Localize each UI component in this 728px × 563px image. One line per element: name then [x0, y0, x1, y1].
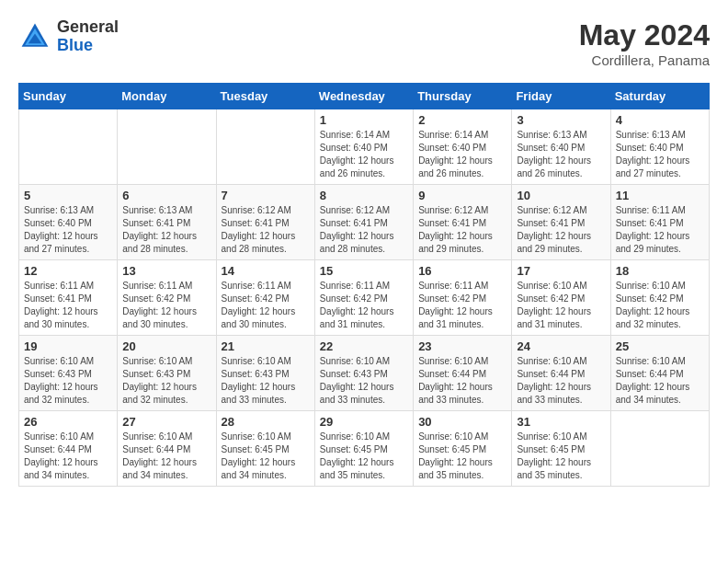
day-number: 23	[418, 339, 506, 353]
calendar-cell	[118, 109, 216, 185]
day-info: Sunrise: 6:11 AM Sunset: 6:41 PM Dayligh…	[24, 280, 112, 331]
month-title: May 2024	[579, 18, 710, 52]
calendar-cell: 16Sunrise: 6:11 AM Sunset: 6:42 PM Dayli…	[414, 260, 512, 336]
day-info: Sunrise: 6:10 AM Sunset: 6:44 PM Dayligh…	[24, 431, 112, 482]
calendar-week-row: 12Sunrise: 6:11 AM Sunset: 6:41 PM Dayli…	[19, 260, 710, 336]
day-number: 1	[320, 113, 408, 127]
day-info: Sunrise: 6:14 AM Sunset: 6:40 PM Dayligh…	[418, 129, 506, 180]
calendar-cell: 9Sunrise: 6:12 AM Sunset: 6:41 PM Daylig…	[414, 185, 512, 260]
calendar-cell: 29Sunrise: 6:10 AM Sunset: 6:45 PM Dayli…	[314, 411, 413, 487]
calendar-week-row: 5Sunrise: 6:13 AM Sunset: 6:40 PM Daylig…	[19, 185, 710, 260]
day-info: Sunrise: 6:10 AM Sunset: 6:45 PM Dayligh…	[320, 431, 408, 482]
calendar-cell: 6Sunrise: 6:13 AM Sunset: 6:41 PM Daylig…	[118, 185, 216, 260]
day-info: Sunrise: 6:12 AM Sunset: 6:41 PM Dayligh…	[517, 204, 605, 256]
day-info: Sunrise: 6:11 AM Sunset: 6:42 PM Dayligh…	[122, 280, 210, 331]
day-info: Sunrise: 6:10 AM Sunset: 6:43 PM Dayligh…	[24, 355, 112, 407]
day-number: 4	[616, 113, 704, 127]
calendar-table: SundayMondayTuesdayWednesdayThursdayFrid…	[18, 83, 710, 487]
day-number: 17	[517, 264, 605, 278]
calendar-cell: 26Sunrise: 6:10 AM Sunset: 6:44 PM Dayli…	[19, 411, 118, 487]
calendar-cell: 8Sunrise: 6:12 AM Sunset: 6:41 PM Daylig…	[314, 185, 413, 260]
calendar-cell: 19Sunrise: 6:10 AM Sunset: 6:43 PM Dayli…	[19, 336, 118, 411]
day-info: Sunrise: 6:10 AM Sunset: 6:45 PM Dayligh…	[418, 431, 506, 482]
day-number: 16	[418, 264, 506, 278]
day-number: 28	[222, 415, 310, 429]
logo: General Blue	[18, 18, 119, 55]
day-number: 3	[517, 113, 605, 127]
day-info: Sunrise: 6:10 AM Sunset: 6:42 PM Dayligh…	[616, 280, 704, 331]
day-info: Sunrise: 6:13 AM Sunset: 6:40 PM Dayligh…	[616, 129, 704, 180]
calendar-cell: 22Sunrise: 6:10 AM Sunset: 6:43 PM Dayli…	[314, 336, 413, 411]
calendar-week-row: 26Sunrise: 6:10 AM Sunset: 6:44 PM Dayli…	[19, 411, 710, 487]
day-number: 12	[24, 264, 112, 278]
day-number: 13	[122, 264, 210, 278]
calendar-cell: 12Sunrise: 6:11 AM Sunset: 6:41 PM Dayli…	[19, 260, 118, 336]
day-info: Sunrise: 6:11 AM Sunset: 6:42 PM Dayligh…	[418, 280, 506, 331]
day-info: Sunrise: 6:11 AM Sunset: 6:41 PM Dayligh…	[616, 204, 704, 256]
day-number: 15	[320, 264, 408, 278]
calendar-cell: 28Sunrise: 6:10 AM Sunset: 6:45 PM Dayli…	[216, 411, 314, 487]
day-number: 18	[616, 264, 704, 278]
logo-blue-text: Blue	[57, 37, 119, 55]
day-number: 6	[122, 189, 210, 202]
day-info: Sunrise: 6:10 AM Sunset: 6:43 PM Dayligh…	[122, 355, 210, 407]
day-info: Sunrise: 6:10 AM Sunset: 6:45 PM Dayligh…	[517, 431, 605, 482]
day-header-thursday: Thursday	[414, 84, 512, 109]
title-block: May 2024 Cordillera, Panama	[579, 18, 710, 68]
logo-general-text: General	[57, 18, 119, 37]
calendar-cell: 20Sunrise: 6:10 AM Sunset: 6:43 PM Dayli…	[118, 336, 216, 411]
day-number: 27	[122, 415, 210, 429]
day-number: 30	[418, 415, 506, 429]
day-number: 11	[616, 189, 704, 202]
day-info: Sunrise: 6:10 AM Sunset: 6:43 PM Dayligh…	[222, 355, 310, 407]
calendar-cell: 1Sunrise: 6:14 AM Sunset: 6:40 PM Daylig…	[314, 109, 413, 185]
logo-text: General Blue	[57, 18, 119, 55]
calendar-cell: 21Sunrise: 6:10 AM Sunset: 6:43 PM Dayli…	[216, 336, 314, 411]
day-info: Sunrise: 6:12 AM Sunset: 6:41 PM Dayligh…	[222, 204, 310, 256]
calendar-cell: 11Sunrise: 6:11 AM Sunset: 6:41 PM Dayli…	[610, 185, 709, 260]
day-header-saturday: Saturday	[610, 84, 709, 109]
calendar-cell: 13Sunrise: 6:11 AM Sunset: 6:42 PM Dayli…	[118, 260, 216, 336]
day-number: 2	[418, 113, 506, 127]
day-number: 26	[24, 415, 112, 429]
day-info: Sunrise: 6:10 AM Sunset: 6:42 PM Dayligh…	[517, 280, 605, 331]
day-number: 29	[320, 415, 408, 429]
day-info: Sunrise: 6:12 AM Sunset: 6:41 PM Dayligh…	[320, 204, 408, 256]
day-info: Sunrise: 6:10 AM Sunset: 6:44 PM Dayligh…	[418, 355, 506, 407]
day-info: Sunrise: 6:11 AM Sunset: 6:42 PM Dayligh…	[222, 280, 310, 331]
day-info: Sunrise: 6:13 AM Sunset: 6:41 PM Dayligh…	[122, 204, 210, 256]
day-header-tuesday: Tuesday	[216, 84, 314, 109]
day-number: 9	[418, 189, 506, 202]
calendar-cell: 7Sunrise: 6:12 AM Sunset: 6:41 PM Daylig…	[216, 185, 314, 260]
day-number: 7	[222, 189, 310, 202]
day-header-wednesday: Wednesday	[314, 84, 413, 109]
day-number: 24	[517, 339, 605, 353]
day-header-sunday: Sunday	[19, 84, 118, 109]
day-number: 21	[222, 339, 310, 353]
calendar-cell: 14Sunrise: 6:11 AM Sunset: 6:42 PM Dayli…	[216, 260, 314, 336]
calendar-cell: 17Sunrise: 6:10 AM Sunset: 6:42 PM Dayli…	[512, 260, 610, 336]
calendar-cell	[610, 411, 709, 487]
day-info: Sunrise: 6:13 AM Sunset: 6:40 PM Dayligh…	[24, 204, 112, 256]
page-header: General Blue May 2024 Cordillera, Panama	[18, 18, 710, 68]
day-info: Sunrise: 6:10 AM Sunset: 6:44 PM Dayligh…	[122, 431, 210, 482]
logo-icon	[18, 20, 51, 53]
calendar-header-row: SundayMondayTuesdayWednesdayThursdayFrid…	[19, 84, 710, 109]
day-info: Sunrise: 6:11 AM Sunset: 6:42 PM Dayligh…	[320, 280, 408, 331]
day-header-friday: Friday	[512, 84, 610, 109]
day-number: 10	[517, 189, 605, 202]
day-number: 14	[222, 264, 310, 278]
day-number: 25	[616, 339, 704, 353]
day-info: Sunrise: 6:14 AM Sunset: 6:40 PM Dayligh…	[320, 129, 408, 180]
day-info: Sunrise: 6:10 AM Sunset: 6:45 PM Dayligh…	[222, 431, 310, 482]
day-info: Sunrise: 6:10 AM Sunset: 6:43 PM Dayligh…	[320, 355, 408, 407]
calendar-week-row: 19Sunrise: 6:10 AM Sunset: 6:43 PM Dayli…	[19, 336, 710, 411]
day-number: 8	[320, 189, 408, 202]
day-number: 19	[24, 339, 112, 353]
calendar-cell: 24Sunrise: 6:10 AM Sunset: 6:44 PM Dayli…	[512, 336, 610, 411]
calendar-cell: 18Sunrise: 6:10 AM Sunset: 6:42 PM Dayli…	[610, 260, 709, 336]
calendar-cell: 23Sunrise: 6:10 AM Sunset: 6:44 PM Dayli…	[414, 336, 512, 411]
day-number: 22	[320, 339, 408, 353]
calendar-cell: 3Sunrise: 6:13 AM Sunset: 6:40 PM Daylig…	[512, 109, 610, 185]
day-info: Sunrise: 6:13 AM Sunset: 6:40 PM Dayligh…	[517, 129, 605, 180]
